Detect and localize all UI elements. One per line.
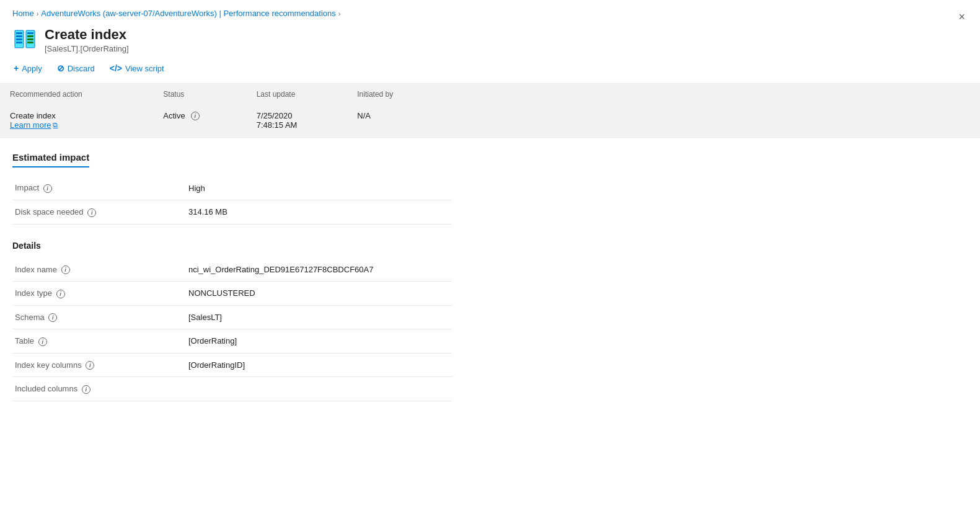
estimated-impact-table: Impact i High Disk space needed i 314.16… — [12, 176, 452, 224]
discard-icon: ⊘ — [57, 63, 64, 73]
detail-label: Table i — [12, 329, 186, 354]
svg-rect-1 — [16, 32, 22, 34]
impact-value: 314.16 MB — [186, 200, 452, 224]
detail-value — [186, 377, 452, 401]
impact-value: High — [186, 176, 452, 200]
estimated-impact-section: Estimated impact — [0, 138, 980, 171]
detail-info-icon[interactable]: i — [61, 265, 70, 274]
page-subtitle: [SalesLT].[OrderRating] — [45, 44, 129, 53]
impact-info-icon[interactable]: i — [43, 184, 52, 193]
list-item: Index key columns i [OrderRatingID] — [12, 353, 452, 377]
toolbar: + Apply ⊘ Discard </> View script — [0, 53, 980, 83]
breadcrumb-sep-2: › — [338, 10, 341, 17]
list-item: Impact i High — [12, 176, 452, 200]
status-cell: Active i — [153, 105, 246, 138]
svg-rect-3 — [16, 38, 22, 40]
breadcrumb-parent[interactable]: AdventureWorks (aw-server-07/AdventureWo… — [41, 9, 335, 18]
impact-label: Impact i — [12, 176, 186, 200]
view-script-button[interactable]: </> View script — [108, 61, 166, 76]
header-text: Create index [SalesLT].[OrderRating] — [45, 27, 129, 53]
svg-rect-4 — [16, 42, 22, 43]
recommendation-table-section: Recommended action Status Last update In… — [0, 84, 980, 138]
detail-label: Schema i — [12, 305, 186, 329]
detail-label: Index type i — [12, 282, 186, 306]
detail-value: [SalesLT] — [186, 305, 452, 329]
apply-button[interactable]: + Apply — [12, 61, 43, 76]
apply-label: Apply — [22, 64, 42, 73]
list-item: Schema i [SalesLT] — [12, 305, 452, 329]
detail-info-icon[interactable]: i — [82, 385, 90, 394]
page-title: Create index — [45, 27, 129, 43]
svg-rect-9 — [27, 42, 33, 43]
breadcrumb-home[interactable]: Home — [12, 9, 34, 18]
col-header-status: Status — [153, 84, 246, 105]
detail-info-icon[interactable]: i — [56, 290, 65, 298]
view-script-icon: </> — [110, 63, 122, 73]
svg-rect-6 — [27, 32, 33, 34]
action-name: Create index — [10, 111, 143, 120]
impact-label: Disk space needed i — [12, 200, 186, 224]
list-item: Index name i nci_wi_OrderRating_DED91E67… — [12, 258, 452, 282]
discard-label: Discard — [68, 64, 95, 73]
estimated-impact-title: Estimated impact — [12, 152, 89, 167]
list-item: Table i [OrderRating] — [12, 329, 452, 354]
action-cell: Create index Learn more ⧉ — [0, 105, 153, 138]
col-header-initiated-by: Initiated by — [347, 84, 440, 105]
recommendation-table: Recommended action Status Last update In… — [0, 84, 440, 138]
last-update-date: 7/25/2020 — [257, 111, 338, 120]
details-heading: Details — [0, 230, 980, 253]
table-row: Create index Learn more ⧉ Active i 7/25/… — [0, 105, 440, 138]
status-text: Active — [163, 111, 185, 120]
detail-label: Index name i — [12, 258, 186, 282]
impact-info-icon[interactable]: i — [87, 208, 96, 217]
page-icon — [12, 27, 37, 51]
details-table: Index name i nci_wi_OrderRating_DED91E67… — [12, 258, 452, 401]
detail-value: [OrderRating] — [186, 329, 452, 354]
col-header-last-update: Last update — [247, 84, 348, 105]
discard-button[interactable]: ⊘ Discard — [56, 61, 96, 76]
status-info-icon[interactable]: i — [191, 112, 200, 120]
header-section: Create index [SalesLT].[OrderRating] — [0, 24, 980, 53]
apply-icon: + — [14, 63, 19, 73]
learn-more-text: Learn more — [10, 120, 51, 130]
learn-more-link[interactable]: Learn more ⧉ — [10, 120, 58, 130]
col-header-recommended-action: Recommended action — [0, 84, 153, 105]
detail-value: nci_wi_OrderRating_DED91E67127F8CBDCF60A… — [186, 258, 452, 282]
svg-rect-8 — [27, 38, 33, 40]
list-item: Included columns i — [12, 377, 452, 401]
close-button[interactable]: × — [956, 9, 968, 25]
svg-rect-2 — [16, 35, 22, 37]
detail-info-icon[interactable]: i — [86, 361, 94, 370]
status-value: Active i — [163, 111, 236, 120]
detail-value: NONCLUSTERED — [186, 282, 452, 306]
detail-label: Index key columns i — [12, 353, 186, 377]
detail-info-icon[interactable]: i — [48, 313, 57, 322]
svg-rect-7 — [27, 35, 33, 37]
initiated-by-cell: N/A — [347, 105, 440, 138]
breadcrumb-sep-1: › — [37, 10, 39, 17]
detail-label: Included columns i — [12, 377, 186, 401]
view-script-label: View script — [125, 64, 164, 73]
last-update-time: 7:48:15 AM — [257, 120, 338, 130]
external-link-icon: ⧉ — [53, 121, 58, 129]
last-update-cell: 7/25/2020 7:48:15 AM — [247, 105, 348, 138]
list-item: Disk space needed i 314.16 MB — [12, 200, 452, 224]
list-item: Index type i NONCLUSTERED — [12, 282, 452, 306]
breadcrumb: Home › AdventureWorks (aw-server-07/Adve… — [0, 0, 980, 24]
detail-value: [OrderRatingID] — [186, 353, 452, 377]
detail-info-icon[interactable]: i — [38, 337, 47, 346]
